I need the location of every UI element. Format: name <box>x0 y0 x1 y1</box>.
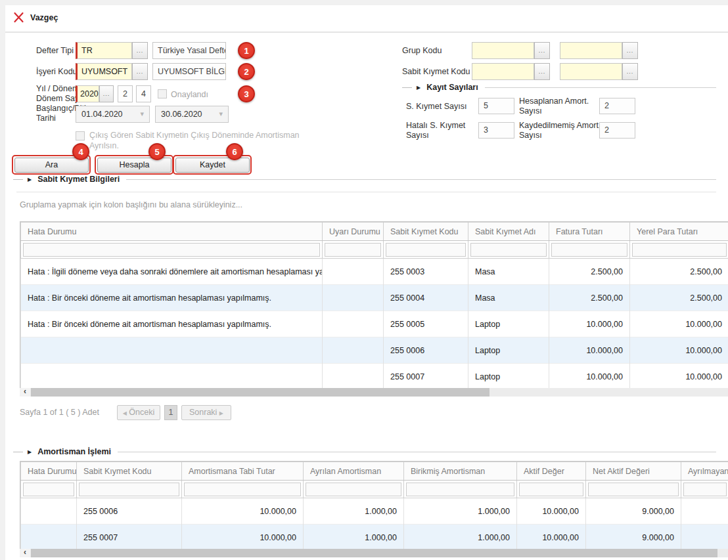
kayit-sayilari-section-header[interactable]: ▶ Kayıt Sayıları <box>402 83 716 92</box>
cancel-button[interactable]: Vazgeç <box>13 12 58 23</box>
sabit-kiymet-kodu-start-input[interactable] <box>472 63 534 80</box>
hatali-s-kiymet-field: 3 <box>478 122 514 139</box>
grup-kodu-end-input[interactable] <box>560 42 622 59</box>
filter-input-sabit-kiymet-adi[interactable] <box>470 243 547 257</box>
filter-input-yerel-para-tutari[interactable] <box>632 243 727 257</box>
filter-input-hata-durumu[interactable] <box>23 243 320 257</box>
column-header-ayrilmayan-amortisman[interactable]: Ayrılmayan A <box>681 462 728 481</box>
hscrollbar-thumb[interactable] <box>31 549 717 557</box>
filter-input-hata-durumu[interactable] <box>23 483 74 496</box>
isyeri-kodu-name-field: UYUMSOFT BİLGİ SİST <box>152 63 226 80</box>
donem-sayisi-input[interactable]: 4 <box>136 85 151 102</box>
yil-input[interactable]: 2020 <box>76 85 99 102</box>
kayit-sayilari-title: Kayıt Sayıları <box>426 83 478 92</box>
filter-input-ayrilmayan-amortisman[interactable] <box>683 483 727 496</box>
grup-kodu-start-input[interactable] <box>472 42 534 59</box>
column-header-yerel-para-tutari[interactable]: Yerel Para Tutarı <box>630 223 728 241</box>
column-header-amortismana-tabi-tutar[interactable]: Amortismana Tabi Tutar <box>182 462 304 481</box>
hesapla-button[interactable]: Hesapla <box>97 158 171 173</box>
filter-input-fatura-tutari[interactable] <box>551 243 627 257</box>
cancel-label: Vazgeç <box>30 13 58 22</box>
ellipsis-icon: ... <box>137 68 144 75</box>
annotation-badge-6: 6 <box>226 143 243 160</box>
table-row[interactable]: Hata : Bir önceki döneme ait amortisman … <box>21 311 728 337</box>
table-row[interactable]: Hata : Bir önceki döneme ait amortisman … <box>21 285 728 311</box>
column-header-sabit-kiymet-kodu[interactable]: Sabit Kıymet Kodu <box>384 223 468 241</box>
filter-input-aktif-deger[interactable] <box>519 483 583 496</box>
table-row[interactable]: 255 0006Laptop 10.000,0010.000,00 <box>21 337 728 364</box>
baslangic-tarihi-select[interactable]: 01.04.2020 ▾ <box>76 106 150 123</box>
filter-input-sabit-kiymet-kodu[interactable] <box>386 243 466 257</box>
table-row[interactable]: 255 0007 10.000,001.000,00 1.000,0010.00… <box>21 525 728 551</box>
ellipsis-icon: ... <box>137 47 144 54</box>
filter-input-uyari-durumu[interactable] <box>325 243 381 257</box>
sabit-kiymet-table: Hata Durumu Uyarı Durumu Sabit Kıymet Ko… <box>20 221 728 391</box>
filter-input-birikmis-amortisman[interactable] <box>406 483 514 496</box>
isyeri-kodu-label: İşyeri Kodu <box>36 67 78 77</box>
isyeri-kodu-input[interactable]: UYUMSOFT <box>76 63 132 80</box>
donem-input[interactable]: 2 <box>118 85 133 102</box>
column-header-sabit-kiymet-kodu[interactable]: Sabit Kıymet Kodu <box>77 462 182 481</box>
column-header-net-aktif-degeri[interactable]: Net Aktif Değeri <box>586 462 681 481</box>
bitis-tarihi-select[interactable]: 30.06.2020 ▾ <box>155 106 229 123</box>
section-line <box>118 452 716 452</box>
scroll-left-button[interactable]: ‹ <box>20 388 30 397</box>
sabit-kiymet-table-hscrollbar: ‹ <box>20 388 728 397</box>
column-header-ayrilan-amortisman[interactable]: Ayrılan Amortisman <box>304 462 404 481</box>
section-line <box>126 179 716 180</box>
header-row: Hata Durumu Sabit Kıymet Kodu Amortisman… <box>21 462 728 481</box>
group-by-drop-zone[interactable]: Gruplama yapmak için kolon başlığını bu … <box>20 200 716 215</box>
table-row[interactable]: Hata : İlgili döneme veya daha sonraki d… <box>21 259 728 285</box>
amortisman-table-hscrollbar: ‹ <box>20 549 728 557</box>
grup-kodu-start-lookup-button[interactable]: ... <box>534 42 550 59</box>
column-header-sabit-kiymet-adi[interactable]: Sabit Kıymet Adı <box>468 223 549 241</box>
defter-tipi-label: Defter Tipi <box>36 46 74 56</box>
ara-button[interactable]: Ara <box>14 158 89 173</box>
prev-arrow-icon: ◀ <box>123 410 127 416</box>
filter-input-sabit-kiymet-kodu[interactable] <box>79 483 179 496</box>
yil-lookup-button[interactable]: ... <box>99 85 114 102</box>
amortisman-table: Hata Durumu Sabit Kıymet Kodu Amortisman… <box>20 461 728 551</box>
table-row[interactable]: 255 0007Laptop 10.000,0010.000,00 <box>21 364 728 390</box>
column-header-hata-durumu[interactable]: Hata Durumu <box>21 223 323 241</box>
scroll-left-icon: ‹ <box>24 548 26 557</box>
annotation-badge-2: 2 <box>238 63 255 80</box>
column-header-hata-durumu[interactable]: Hata Durumu <box>21 462 77 481</box>
column-header-aktif-deger[interactable]: Aktif Değer <box>517 462 586 481</box>
filter-input-net-aktif-degeri[interactable] <box>588 483 679 496</box>
column-header-birikmis-amortisman[interactable]: Birikmiş Amortisman <box>404 462 517 481</box>
sabit-kiymet-kodu-end-input[interactable] <box>560 63 622 80</box>
defter-tipi-input[interactable]: TR <box>76 42 132 59</box>
cikis-amortisman-checkbox[interactable] <box>76 131 85 140</box>
hscrollbar-thumb[interactable] <box>31 388 489 397</box>
kaydet-button[interactable]: Kaydet <box>175 158 250 173</box>
onaylandi-label: Onaylandı <box>171 90 208 100</box>
next-page-button[interactable]: Sonraki ▶ <box>181 405 231 420</box>
header-row: Hata Durumu Uyarı Durumu Sabit Kıymet Ko… <box>21 223 728 241</box>
filter-input-ayrilan-amortisman[interactable] <box>306 483 401 496</box>
pagination-info: Sayfa 1 of 1 ( 5 ) Adet <box>20 408 99 417</box>
isyeri-kodu-lookup-button[interactable]: ... <box>132 63 148 80</box>
sabit-kiymet-kodu-end-lookup-button[interactable]: ... <box>622 63 638 80</box>
amortisman-page: Vazgeç Defter Tipi TR ... Türkiye Yasal … <box>0 0 728 560</box>
amortisman-islemi-section-header[interactable]: ▶ Amortisman İşlemi <box>13 447 716 456</box>
table-row[interactable]: 255 0006 10.000,001.000,00 1.000,0010.00… <box>21 498 728 525</box>
scroll-left-button[interactable]: ‹ <box>20 549 30 557</box>
sabit-kiymet-bilgileri-section-header[interactable]: ▶ Sabit Kıymet Bilgileri <box>13 175 716 184</box>
grup-kodu-end-lookup-button[interactable]: ... <box>622 42 638 59</box>
page-number-button[interactable]: 1 <box>164 405 177 420</box>
prev-page-button[interactable]: ◀ Önceki <box>117 405 160 420</box>
sabit-kiymet-kodu-start-lookup-button[interactable]: ... <box>534 63 550 80</box>
section-arrow-icon: ▶ <box>417 85 421 91</box>
column-header-fatura-tutari[interactable]: Fatura Tutarı <box>549 223 630 241</box>
defter-tipi-lookup-button[interactable]: ... <box>132 42 148 59</box>
bitis-tarihi-value: 30.06.2020 <box>161 110 202 119</box>
onaylandi-checkbox[interactable] <box>158 89 167 98</box>
pagination: Sayfa 1 of 1 ( 5 ) Adet ◀ Önceki 1 Sonra… <box>20 405 283 421</box>
sabit-kiymet-bilgileri-title: Sabit Kıymet Bilgileri <box>37 175 120 184</box>
column-header-uyari-durumu[interactable]: Uyarı Durumu <box>323 223 384 241</box>
hesaplanan-amort-field: 2 <box>599 98 635 114</box>
annotation-badge-5: 5 <box>148 143 166 160</box>
filter-input-amortismana-tabi-tutar[interactable] <box>184 483 301 496</box>
dropdown-arrow-icon: ▾ <box>219 110 223 118</box>
